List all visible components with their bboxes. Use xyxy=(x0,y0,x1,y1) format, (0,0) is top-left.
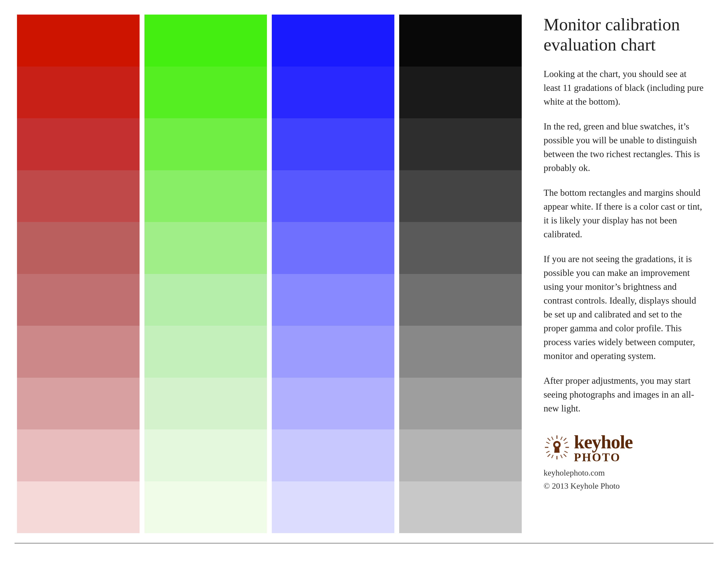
blue-col-cell-7 xyxy=(272,378,394,430)
red-col-cell-8 xyxy=(17,429,140,481)
gray-col-cell-1 xyxy=(399,67,522,118)
gray-column xyxy=(399,15,522,533)
swatches-section xyxy=(15,15,524,533)
blue-col-cell-3 xyxy=(272,170,394,222)
keyhole-logo-icon xyxy=(544,434,570,461)
svg-line-14 xyxy=(561,437,562,440)
red-col-cell-5 xyxy=(17,274,140,326)
blue-col-cell-1 xyxy=(272,67,394,118)
logo-container: keyholePHOTO xyxy=(544,431,633,464)
green-col-cell-5 xyxy=(144,274,267,326)
logo-text-container: keyholePHOTO xyxy=(574,431,633,464)
red-col-cell-9 xyxy=(17,481,140,533)
gray-col-cell-9 xyxy=(399,481,522,533)
red-col-cell-0 xyxy=(17,15,140,67)
svg-line-8 xyxy=(546,442,549,444)
svg-line-12 xyxy=(564,442,568,444)
gray-col-cell-5 xyxy=(399,274,522,326)
svg-line-10 xyxy=(552,437,553,440)
green-col-cell-7 xyxy=(144,378,267,430)
blue-col-cell-0 xyxy=(272,15,394,67)
logo-copyright: © 2013 Keyhole Photo xyxy=(544,479,620,493)
logo-section: keyholePHOTO keyholephoto.com © 2013 Key… xyxy=(544,431,704,493)
red-col-cell-6 xyxy=(17,326,140,378)
logo-wordmark: keyholePHOTO xyxy=(574,431,633,464)
svg-line-9 xyxy=(564,451,568,453)
green-col-cell-9 xyxy=(144,481,267,533)
chart-title: Monitor calibration evaluation chart xyxy=(544,15,704,55)
gray-col-cell-2 xyxy=(399,118,522,170)
logo-website: keyholephoto.com xyxy=(544,466,620,479)
blue-column xyxy=(272,15,394,533)
red-column xyxy=(17,15,140,533)
svg-line-11 xyxy=(561,455,562,458)
red-col-cell-7 xyxy=(17,378,140,430)
green-col-cell-8 xyxy=(144,429,267,481)
description-2: In the red, green and blue swatches, it’… xyxy=(544,119,704,175)
gray-col-cell-8 xyxy=(399,429,522,481)
svg-line-5 xyxy=(564,454,566,457)
svg-line-4 xyxy=(548,438,550,441)
svg-line-7 xyxy=(548,454,550,457)
red-col-cell-4 xyxy=(17,222,140,274)
green-column xyxy=(144,15,267,533)
green-col-cell-4 xyxy=(144,222,267,274)
green-col-cell-1 xyxy=(144,67,267,118)
svg-line-6 xyxy=(564,438,566,441)
red-col-cell-3 xyxy=(17,170,140,222)
footer-space xyxy=(0,544,728,563)
gray-col-cell-3 xyxy=(399,170,522,222)
description-3: The bottom rectangles and margins should… xyxy=(544,186,704,241)
blue-col-cell-2 xyxy=(272,118,394,170)
gray-col-cell-0 xyxy=(399,15,522,67)
main-content: Monitor calibration evaluation chart Loo… xyxy=(0,0,728,543)
green-col-cell-3 xyxy=(144,170,267,222)
title-line2: evaluation chart xyxy=(544,35,704,55)
blue-col-cell-8 xyxy=(272,429,394,481)
gray-col-cell-7 xyxy=(399,378,522,430)
gray-col-cell-6 xyxy=(399,326,522,378)
red-col-cell-2 xyxy=(17,118,140,170)
blue-col-cell-9 xyxy=(272,481,394,533)
blue-col-cell-5 xyxy=(272,274,394,326)
blue-col-cell-6 xyxy=(272,326,394,378)
green-col-cell-2 xyxy=(144,118,267,170)
svg-point-17 xyxy=(555,443,559,446)
green-col-cell-6 xyxy=(144,326,267,378)
description-1: Looking at the chart, you should see at … xyxy=(544,67,704,109)
green-col-cell-0 xyxy=(144,15,267,67)
svg-line-13 xyxy=(546,451,549,453)
logo-keyhole-text: keyhole xyxy=(574,431,633,453)
svg-line-15 xyxy=(552,455,553,458)
text-section: Monitor calibration evaluation chart Loo… xyxy=(524,15,713,533)
title-line1: Monitor calibration xyxy=(544,15,704,35)
red-col-cell-1 xyxy=(17,67,140,118)
description-4: If you are not seeing the gradations, it… xyxy=(544,252,704,363)
blue-col-cell-4 xyxy=(272,222,394,274)
description-5: After proper adjustments, you may start … xyxy=(544,374,704,415)
gray-col-cell-4 xyxy=(399,222,522,274)
logo-credits: keyholephoto.com © 2013 Keyhole Photo xyxy=(544,466,620,493)
